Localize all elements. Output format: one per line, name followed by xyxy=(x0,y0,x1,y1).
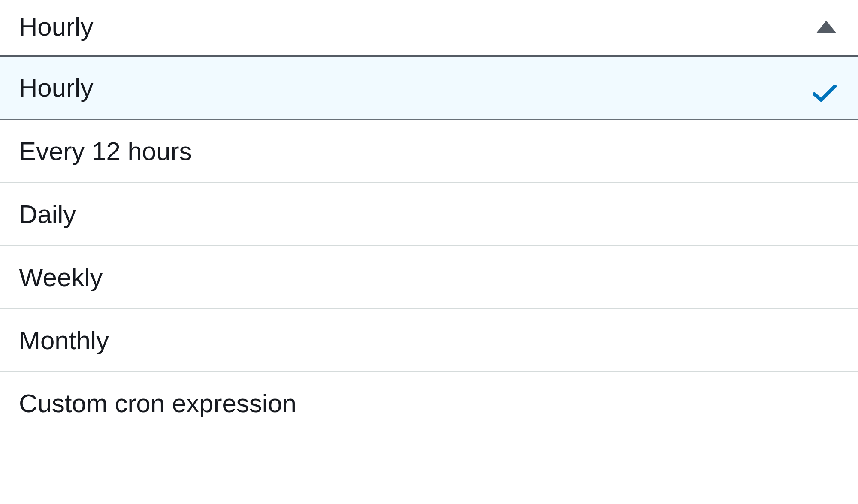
dropdown-selected-value: Hourly xyxy=(19,12,93,42)
option-label: Weekly xyxy=(19,263,103,292)
dropdown-options-list: Hourly Every 12 hours Daily Weekly Month… xyxy=(0,57,858,435)
check-icon xyxy=(813,79,837,97)
dropdown-option-custom-cron[interactable]: Custom cron expression xyxy=(0,372,858,435)
option-label: Monthly xyxy=(19,326,109,355)
option-label: Hourly xyxy=(19,73,93,103)
dropdown-option-weekly[interactable]: Weekly xyxy=(0,246,858,309)
dropdown-option-every-12-hours[interactable]: Every 12 hours xyxy=(0,120,858,183)
dropdown-trigger[interactable]: Hourly xyxy=(0,0,858,57)
option-label: Daily xyxy=(19,199,76,229)
caret-up-icon xyxy=(816,21,837,33)
option-label: Custom cron expression xyxy=(19,389,296,418)
dropdown-option-hourly[interactable]: Hourly xyxy=(0,57,858,120)
schedule-frequency-dropdown[interactable]: Hourly Hourly Every 12 hours Daily Weekl… xyxy=(0,0,858,435)
dropdown-option-daily[interactable]: Daily xyxy=(0,183,858,246)
option-label: Every 12 hours xyxy=(19,136,192,166)
dropdown-option-monthly[interactable]: Monthly xyxy=(0,309,858,372)
